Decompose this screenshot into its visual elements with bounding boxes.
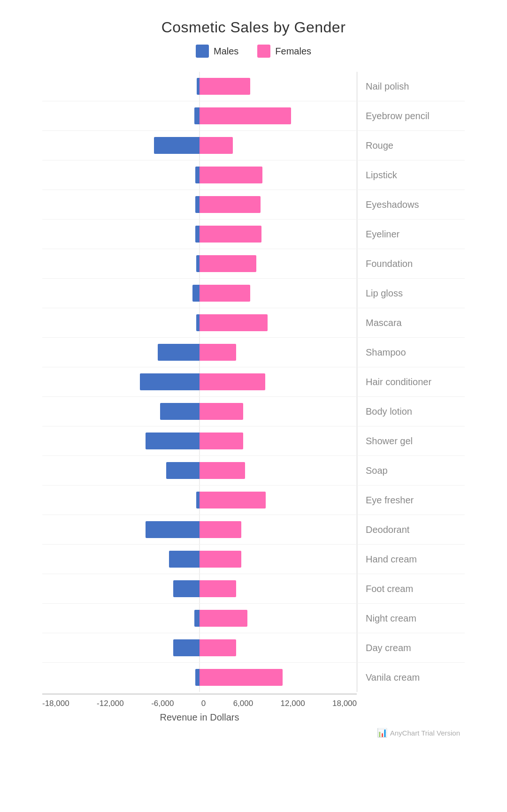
left-side — [42, 106, 200, 126]
bar-pair — [42, 253, 357, 274]
bar-female — [200, 373, 265, 390]
bars-wrapper — [42, 604, 357, 633]
left-side — [42, 549, 200, 569]
chart-container: Cosmetic Sales by Gender Males Females N… — [42, 19, 465, 738]
bar-row: Eyebrow pencil — [42, 101, 465, 130]
product-label: Shower gel — [357, 426, 465, 455]
x-axis-tick-label: 18,000 — [332, 699, 357, 708]
bar-female — [200, 344, 236, 361]
bar-row: Night cream — [42, 604, 465, 633]
watermark: 📊 AnyChart Trial Version — [42, 728, 465, 738]
left-side — [42, 342, 200, 363]
bar-pair — [42, 283, 357, 304]
product-label: Eye fresher — [357, 486, 465, 515]
bar-female — [200, 137, 233, 154]
bar-row: Eye fresher — [42, 486, 465, 515]
bar-female — [200, 226, 261, 243]
product-label: Body lotion — [357, 397, 465, 426]
product-label: Shampoo — [357, 338, 465, 367]
bar-pair — [42, 460, 357, 481]
left-side — [42, 401, 200, 422]
product-label: Eyebrow pencil — [357, 101, 465, 130]
bars-wrapper — [42, 486, 357, 515]
x-axis-line — [42, 694, 357, 694]
left-side — [42, 519, 200, 540]
bar-female — [200, 669, 283, 686]
product-label: Soap — [357, 456, 465, 485]
left-side — [42, 312, 200, 333]
bar-male — [166, 462, 200, 479]
bar-female — [200, 492, 266, 508]
bar-male — [146, 521, 200, 538]
bars-wrapper — [42, 426, 357, 455]
bars-wrapper — [42, 190, 357, 219]
product-label: Nail polish — [357, 72, 465, 101]
bar-row: Eyeliner — [42, 220, 465, 249]
x-axis-tick-label: 6,000 — [233, 699, 254, 708]
bar-row: Body lotion — [42, 397, 465, 426]
bars-wrapper — [42, 279, 357, 308]
bar-female — [200, 78, 250, 95]
product-label: Deodorant — [357, 515, 465, 544]
product-label: Mascara — [357, 308, 465, 337]
bar-pair — [42, 519, 357, 540]
bar-male — [173, 639, 200, 656]
bars-wrapper — [42, 663, 357, 692]
left-side — [42, 372, 200, 392]
bar-male — [195, 196, 200, 213]
x-axis-tick-label: -12,000 — [97, 699, 124, 708]
bar-row: Soap — [42, 456, 465, 485]
bar-female — [200, 107, 291, 124]
legend-females-color — [257, 45, 270, 58]
right-side — [200, 76, 357, 97]
bars-wrapper — [42, 72, 357, 101]
bar-male — [160, 403, 200, 420]
bar-pair — [42, 194, 357, 215]
bar-female — [200, 462, 245, 479]
left-side — [42, 194, 200, 215]
product-label: Foot cream — [357, 574, 465, 603]
right-side — [200, 342, 357, 363]
right-side — [200, 165, 357, 185]
right-side — [200, 135, 357, 156]
bar-male — [196, 255, 200, 272]
bar-pair — [42, 667, 357, 688]
bars-wrapper — [42, 101, 357, 130]
chart-title: Cosmetic Sales by Gender — [42, 19, 465, 36]
right-side — [200, 106, 357, 126]
bar-female — [200, 196, 261, 213]
product-label: Foundation — [357, 249, 465, 278]
bar-row: Hair conditioner — [42, 367, 465, 396]
product-label: Eyeliner — [357, 220, 465, 249]
right-side — [200, 372, 357, 392]
bars-wrapper — [42, 397, 357, 426]
left-side — [42, 490, 200, 510]
left-side — [42, 165, 200, 185]
right-side — [200, 460, 357, 481]
bars-wrapper — [42, 249, 357, 278]
bar-row: Hand cream — [42, 545, 465, 574]
bars-wrapper — [42, 220, 357, 249]
bar-row: Shower gel — [42, 426, 465, 455]
right-side — [200, 549, 357, 569]
left-side — [42, 253, 200, 274]
right-side — [200, 312, 357, 333]
product-label: Lip gloss — [357, 279, 465, 308]
x-axis: -18,000-12,000-6,00006,00012,00018,000 — [42, 699, 465, 708]
bar-pair — [42, 342, 357, 363]
bar-pair — [42, 431, 357, 451]
bars-wrapper — [42, 160, 357, 190]
right-side — [200, 401, 357, 422]
product-label: Day cream — [357, 633, 465, 662]
bar-male — [196, 314, 200, 331]
x-axis-tick-label: 0 — [201, 699, 206, 708]
bar-female — [200, 521, 241, 538]
left-side — [42, 224, 200, 244]
bar-row: Day cream — [42, 633, 465, 662]
bar-row: Shampoo — [42, 338, 465, 367]
bar-pair — [42, 135, 357, 156]
left-side — [42, 283, 200, 304]
bar-male — [192, 285, 200, 302]
x-axis-title: Revenue in Dollars — [42, 712, 357, 723]
right-side — [200, 224, 357, 244]
